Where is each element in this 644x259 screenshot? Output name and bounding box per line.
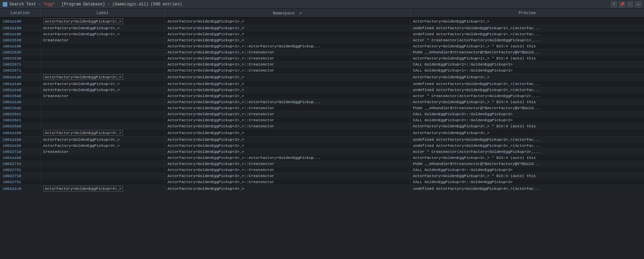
highlighted-label: ActorFactory<GoldenEggPickup<1>_> <box>43 18 123 24</box>
entries-count: (500 entries) <box>151 2 182 7</box>
cell-location: 10022630 <box>0 55 40 61</box>
highlighted-label: ActorFactory<GoldenEggPickup<4>_> <box>43 186 123 191</box>
cell-label <box>40 167 165 173</box>
cell-label: ActorFactory<GoldenEggPickup<3>_> <box>40 143 165 149</box>
cell-location: 1001a1b0 <box>0 143 40 149</box>
col-header-preview[interactable]: Preview <box>410 9 644 17</box>
cell-location: 10022671 <box>0 61 40 68</box>
cell-namespace: ActorFactory<GoldenEggPickup<3>_>::Creat… <box>165 179 410 185</box>
highlighted-label: ActorFactory<GoldenEggPickup<3>_> <box>43 130 123 136</box>
cell-label <box>40 111 165 117</box>
cell-namespace: ActorFactory<GoldenEggPickup<2>_>::Actor… <box>165 99 410 105</box>
cell-namespace: ActorFactory<GoldenEggPickup<1>_>::Actor… <box>165 43 410 49</box>
cell-location: 1001a1a0 <box>0 87 40 93</box>
table-row[interactable]: 10022710ActorFactory<GoldenEggPickup<3>_… <box>0 173 644 179</box>
cell-preview: CALL GoldenEggPickup<3>::GoldenEggPickup… <box>410 179 644 185</box>
cell-preview: CALL GoldenEggPickup<2>::GoldenEggPickup… <box>410 117 644 123</box>
table-row[interactable]: 10022671ActorFactory<GoldenEggPickup<1>_… <box>0 68 644 74</box>
cell-namespace: ActorFactory<GoldenEggPickup<3>_> <box>165 149 410 155</box>
table-row[interactable]: 1001a1b0ActorFactory<GoldenEggPickup<3>_… <box>0 129 644 137</box>
cell-label <box>40 161 165 167</box>
table-row[interactable]: 1001a190ActorFactory<GoldenEggPickup<1>_… <box>0 31 644 37</box>
cell-namespace: ActorFactory<GoldenEggPickup<2>_>::Creat… <box>165 105 410 111</box>
cell-label <box>40 61 165 68</box>
table-row[interactable]: 1001a190ActorFactory<GoldenEggPickup<1>_… <box>0 43 644 49</box>
cell-label <box>40 173 165 179</box>
app-icon <box>3 2 7 7</box>
settings-button[interactable]: ≡ <box>611 1 617 7</box>
cell-preview: Actor * CreateActor(ActorFactory<GoldenE… <box>410 93 644 99</box>
table-row[interactable]: 100226e1ActorFactory<GoldenEggPickup<2>_… <box>0 117 644 123</box>
cell-label <box>40 117 165 123</box>
cell-namespace: ActorFactory<GoldenEggPickup<3>_> <box>165 137 410 143</box>
table-row[interactable]: 1001a1a0ActorFactory<GoldenEggPickup<2>_… <box>0 81 644 87</box>
cell-location: 1001a1b0 <box>0 155 40 161</box>
cell-preview: ActorFactory<GoldenEggPickup<3>_> <box>410 129 644 137</box>
cell-label <box>40 123 165 129</box>
table-row[interactable]: 100226a0ActorFactory<GoldenEggPickup<2>_… <box>0 123 644 129</box>
table-row[interactable]: 10022751ActorFactory<GoldenEggPickup<3>_… <box>0 179 644 185</box>
table-row[interactable]: 1001a190ActorFactory<GoldenEggPickup<1>_… <box>0 17 644 25</box>
table-row[interactable]: 1001a1a0ActorFactory<GoldenEggPickup<2>_… <box>0 99 644 105</box>
table-row[interactable]: 10022630CreateActorActorFactory<GoldenEg… <box>0 37 644 43</box>
cell-namespace: ActorFactory<GoldenEggPickup<2>_>::Creat… <box>165 117 410 123</box>
cell-location: 1001a1b0 <box>0 129 40 137</box>
cell-preview: undefined ActorFactory<GoldenEggPickup<2… <box>410 87 644 93</box>
table-row[interactable]: 10022751ActorFactory<GoldenEggPickup<3>_… <box>0 167 644 173</box>
table-row[interactable]: 1001a1b0ActorFactory<GoldenEggPickup<3>_… <box>0 155 644 161</box>
close-button[interactable]: ✕ <box>635 1 641 7</box>
col-header-location[interactable]: Location <box>0 9 40 17</box>
cell-label: ActorFactory<GoldenEggPickup<3>_> <box>40 129 165 137</box>
table-row[interactable]: 1001a1b0ActorFactory<GoldenEggPickup<3>_… <box>0 137 644 143</box>
search-label: Search Text - <box>9 2 41 7</box>
table-row[interactable]: 1001a1a0ActorFactory<GoldenEggPickup<2>_… <box>0 74 644 81</box>
col-header-namespace[interactable]: Namespace ↗ <box>165 9 410 17</box>
cell-preview: undefined ActorFactory<GoldenEggPickup<1… <box>410 31 644 37</box>
cell-location: 1001a190 <box>0 17 40 25</box>
cell-label <box>40 155 165 161</box>
cell-preview: CALL GoldenEggPickup<1>::GoldenEggPickup… <box>410 68 644 74</box>
maximize-button[interactable]: □ <box>627 1 633 7</box>
cell-label <box>40 105 165 111</box>
cell-preview: ActorFactory<GoldenEggPickup<2>_> * ECX:… <box>410 123 644 129</box>
table-row[interactable]: 1001a190ActorFactory<GoldenEggPickup<1>_… <box>0 25 644 31</box>
cell-namespace: ActorFactory<GoldenEggPickup<1>_> <box>165 17 410 25</box>
table-row[interactable]: 10022630ActorFactory<GoldenEggPickup<1>_… <box>0 55 644 61</box>
table-row[interactable]: 1001a1a0ActorFactory<GoldenEggPickup<2>_… <box>0 87 644 93</box>
cell-location: 100226a5 <box>0 105 40 111</box>
table-row[interactable]: 100226a0CreateActorActorFactory<GoldenEg… <box>0 93 644 99</box>
db-name: [Program Database] - (GameLogic.dll) <box>62 2 149 7</box>
table-row[interactable]: 1001a1c0ActorFactory<GoldenEggPickup<4>_… <box>0 185 644 192</box>
cell-location: 1001a190 <box>0 25 40 31</box>
table-row[interactable]: 10022671ActorFactory<GoldenEggPickup<1>_… <box>0 61 644 68</box>
cell-label: ActorFactory<GoldenEggPickup<2>_> <box>40 87 165 93</box>
highlighted-label: ActorFactory<GoldenEggPickup<2>_> <box>43 74 123 80</box>
table-header-row: Location Label Namespace ↗ Preview <box>0 9 644 17</box>
cell-location: 1001a1a0 <box>0 74 40 81</box>
table-row[interactable]: 100226a5ActorFactory<GoldenEggPickup<2>_… <box>0 105 644 111</box>
table-row[interactable]: 100226e1ActorFactory<GoldenEggPickup<2>_… <box>0 111 644 117</box>
cell-preview: undefined ActorFactory<GoldenEggPickup<4… <box>410 185 644 192</box>
cell-preview: PUSH __ehhandler$?CreateActor@?$ActorFac… <box>410 49 644 55</box>
cell-namespace: ActorFactory<GoldenEggPickup<1>_>::Creat… <box>165 49 410 55</box>
pin-button[interactable]: 📌 <box>619 1 625 7</box>
table-row[interactable]: 10022715ActorFactory<GoldenEggPickup<3>_… <box>0 161 644 167</box>
table-row[interactable]: 10022635ActorFactory<GoldenEggPickup<1>_… <box>0 49 644 55</box>
cell-location: 10022751 <box>0 179 40 185</box>
cell-namespace: ActorFactory<GoldenEggPickup<2>_> <box>165 81 410 87</box>
col-header-label[interactable]: Label <box>40 9 165 17</box>
cell-preview: ActorFactory<GoldenEggPickup<3>_> * ECX:… <box>410 155 644 161</box>
cell-preview: ActorFactory<GoldenEggPickup<3>_> * ECX:… <box>410 173 644 179</box>
cell-label: CreateActor <box>40 93 165 99</box>
table-row[interactable]: 1001a1b0ActorFactory<GoldenEggPickup<3>_… <box>0 143 644 149</box>
cell-preview: undefined ActorFactory<GoldenEggPickup<3… <box>410 137 644 143</box>
cell-namespace: ActorFactory<GoldenEggPickup<1>_> <box>165 25 410 31</box>
results-table-wrapper: Location Label Namespace ↗ Preview 1001a… <box>0 9 644 259</box>
cell-label <box>40 179 165 185</box>
cell-preview: CALL GoldenEggPickup<3>::GoldenEggPickup… <box>410 167 644 173</box>
cell-label: ActorFactory<GoldenEggPickup<2>_> <box>40 81 165 87</box>
cell-label: CreateActor <box>40 37 165 43</box>
cell-location: 1001a1a0 <box>0 99 40 105</box>
cell-namespace: ActorFactory<GoldenEggPickup<3>_> <box>165 143 410 149</box>
table-row[interactable]: 10022710CreateActorActorFactory<GoldenEg… <box>0 149 644 155</box>
